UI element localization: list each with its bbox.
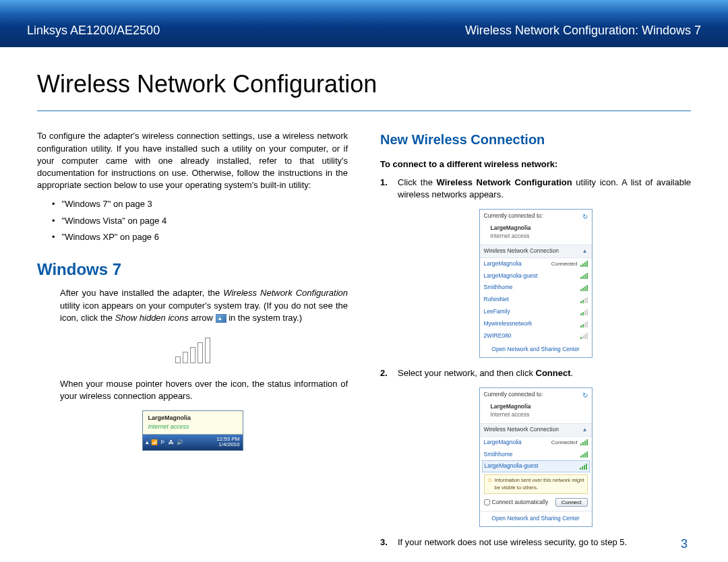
wifi-network-item[interactable]: LargeMagnolia Connected [480, 437, 592, 449]
sharing-center-link[interactable]: Open Network and Sharing Center [480, 342, 592, 357]
signal-icon [580, 273, 588, 279]
signal-icon [580, 451, 588, 458]
wifi-network-item[interactable]: Smithhome [480, 449, 592, 461]
refresh-icon[interactable]: ↻ [582, 391, 588, 400]
steps-list: 2. Select your network, and then click C… [380, 367, 691, 379]
step-text: Click the Wireless Network Configuration… [398, 177, 691, 201]
wifi-network-item-selected[interactable]: LargeMagnolia-guest [482, 460, 590, 472]
steps-list: 1. Click the Wireless Network Configurat… [380, 177, 691, 201]
wifi-network-item[interactable]: RohiniNet [480, 294, 592, 306]
wifi-section-label: Wireless Network Connection [484, 247, 559, 255]
tray-network-icon: 🖧 [169, 439, 174, 446]
tray-tooltip: LargeMagnolia Internet access [143, 411, 243, 434]
step-number: 1. [380, 177, 398, 201]
tray-flag-icon: 🏳 [160, 439, 166, 446]
wifi-connect-panel: Currently connected to: ↻ LargeMagnolia … [479, 387, 593, 527]
auto-connect-input[interactable] [484, 499, 490, 505]
wifi-network-item[interactable]: Mywirelessnetwork [480, 318, 592, 330]
tray-arrow-icon [216, 314, 226, 323]
connected-network-sub: Internet access [491, 232, 530, 239]
security-warning: ⚠ Information sent over this network mig… [484, 474, 588, 494]
connected-network-name: LargeMagnolia [491, 403, 588, 411]
right-column: New Wireless Connection To connect to a … [380, 130, 691, 557]
left-column: To configure the adapter's wireless conn… [37, 130, 348, 557]
wifi-network-item[interactable]: 2WIRE080 [480, 330, 592, 342]
tray-network-status: Internet access [148, 423, 237, 431]
ref-item: "Windows 7" on page 3 [52, 198, 348, 210]
refresh-icon[interactable]: ↻ [582, 212, 588, 222]
tray-network-name: LargeMagnolia [148, 414, 237, 423]
step-text: Select your network, and then click Conn… [398, 367, 691, 379]
step-text: If your network does not use wireless se… [398, 536, 691, 549]
page-number: 3 [681, 536, 688, 553]
connected-network-name: LargeMagnolia [491, 224, 588, 232]
shield-warn-icon: ⚠ [487, 477, 492, 491]
lead-instruction: To connect to a different wireless netwo… [380, 158, 691, 170]
ref-item: "Windows XP" on page 6 [52, 231, 348, 243]
signal-icon [580, 309, 588, 315]
step-number: 3. [380, 536, 398, 549]
chevron-up-icon[interactable]: ▲ [582, 247, 588, 255]
auto-connect-checkbox[interactable]: Connect automatically [484, 499, 549, 507]
wifi-section-label: Wireless Network Connection [484, 426, 559, 434]
signal-icon [580, 321, 588, 327]
wifi-network-item[interactable]: LeeFamily [480, 306, 592, 318]
step-number: 2. [380, 367, 398, 379]
wifi-network-item[interactable]: LargeMagnolia-guest [480, 270, 592, 282]
tray-signal-icon: 📶 [151, 439, 158, 446]
signal-icon [580, 261, 588, 267]
intro-paragraph: To configure the adapter's wireless conn… [37, 130, 348, 191]
tray-volume-icon: 🔊 [177, 439, 183, 446]
new-connection-heading: New Wireless Connection [380, 130, 691, 149]
wifi-network-item[interactable]: LargeMagnolia Connected [480, 258, 592, 270]
win7-paragraph-2: When your mouse pointer hovers over the … [60, 378, 348, 402]
tray-chevron-icon: ▴ [146, 438, 149, 447]
tray-clock: 12:53 PM 1/4/2010 [216, 437, 239, 449]
page-body: Wireless Network Configuration To config… [0, 47, 728, 562]
header-right: Wireless Network Configuration: Windows … [465, 22, 701, 39]
header-band: Linksys AE1200/AE2500 Wireless Network C… [0, 0, 728, 47]
signal-icon [580, 297, 588, 303]
header-left: Linksys AE1200/AE2500 [27, 22, 160, 39]
signal-icon [580, 439, 588, 445]
chevron-up-icon[interactable]: ▲ [582, 426, 588, 434]
ref-item: "Windows Vista" on page 4 [52, 215, 348, 227]
tray-tooltip-figure: LargeMagnolia Internet access ▴ 📶 🏳 🖧 🔊 … [142, 410, 243, 451]
wifi-network-item[interactable]: Smithhome [480, 282, 592, 294]
currently-connected-label: Currently connected to: [484, 391, 543, 399]
page-title: Wireless Network Configuration [37, 67, 691, 101]
connected-network-sub: Internet access [491, 411, 530, 418]
currently-connected-label: Currently connected to: [484, 212, 543, 220]
signal-bars-icon [173, 336, 213, 363]
system-tray-bar: ▴ 📶 🏳 🖧 🔊 12:53 PM 1/4/2010 [143, 435, 243, 451]
windows7-heading: Windows 7 [37, 258, 348, 281]
signal-icon [580, 285, 588, 291]
win7-paragraph-1: After you have installed the adapter, th… [60, 287, 348, 324]
sharing-center-link[interactable]: Open Network and Sharing Center [480, 511, 592, 526]
title-rule [37, 111, 691, 111]
wifi-list-panel: Currently connected to: ↻ LargeMagnolia … [479, 209, 593, 358]
connect-button[interactable]: Connect [555, 498, 588, 507]
steps-list: 3. If your network does not use wireless… [380, 536, 691, 549]
signal-icon [580, 464, 587, 470]
signal-icon [580, 333, 588, 339]
reference-list: "Windows 7" on page 3 "Windows Vista" on… [52, 198, 348, 243]
